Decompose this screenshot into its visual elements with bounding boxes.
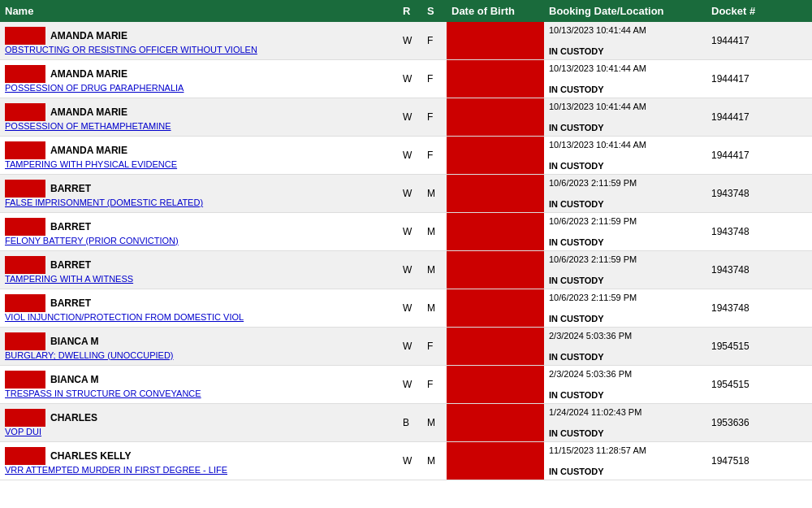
- mugshot-photo[interactable]: [5, 332, 45, 350]
- sex-cell: M: [422, 175, 447, 212]
- docket-cell: 1943748: [706, 213, 788, 250]
- booking-location: IN CUSTODY: [549, 237, 702, 247]
- person-name-link[interactable]: BARRET: [50, 259, 91, 271]
- name-column: BARRETVIOL INJUNCTION/PROTECTION FROM DO…: [0, 289, 398, 327]
- docket-cell: 1954515: [706, 366, 788, 403]
- mugshot-photo[interactable]: [5, 256, 45, 274]
- inmate-table: Name R S Date of Birth Booking Date/Loca…: [0, 0, 812, 480]
- header-name: Name: [0, 3, 398, 19]
- header-booking: Booking Date/Location: [544, 3, 706, 19]
- dob-cell: [447, 98, 544, 136]
- person-name-link[interactable]: AMANDA MARIE: [50, 68, 127, 80]
- charge-link[interactable]: OBSTRUCTING OR RESISTING OFFICER WITHOUT…: [5, 45, 393, 54]
- dob-cell: [447, 442, 544, 480]
- mugshot-photo[interactable]: [5, 294, 45, 312]
- dob-cell: [447, 328, 544, 365]
- mugshot-photo[interactable]: [5, 180, 45, 198]
- booking-date: 10/6/2023 2:11:59 PM: [549, 216, 702, 226]
- mugshot-photo[interactable]: [5, 409, 45, 427]
- sex-cell: M: [422, 251, 447, 289]
- booking-cell: 1/24/2024 11:02:43 PMIN CUSTODY: [544, 404, 706, 441]
- name-line: BARRET: [5, 294, 393, 312]
- person-name-link[interactable]: CHARLES: [50, 412, 97, 423]
- race-cell: W: [398, 213, 422, 250]
- mugshot-photo[interactable]: [5, 65, 45, 83]
- header-sex: S: [422, 3, 447, 19]
- name-column: BARRETFALSE IMPRISONMENT (DOMESTIC RELAT…: [0, 175, 398, 212]
- race-cell: W: [398, 60, 422, 98]
- charge-link[interactable]: VRR ATTEMPTED MURDER IN FIRST DEGREE - L…: [5, 465, 393, 475]
- charge-link[interactable]: VOP DUI: [5, 427, 393, 436]
- mugshot-photo[interactable]: [5, 141, 45, 159]
- docket-cell: 1944417: [706, 22, 788, 59]
- charge-link[interactable]: BURGLARY; DWELLING (UNOCCUPIED): [5, 350, 393, 360]
- booking-cell: 10/6/2023 2:11:59 PMIN CUSTODY: [544, 175, 706, 212]
- docket-cell: 1943748: [706, 175, 788, 212]
- booking-date: 10/13/2023 10:41:44 AM: [549, 25, 702, 35]
- booking-location: IN CUSTODY: [549, 352, 702, 362]
- mugshot-photo[interactable]: [5, 218, 45, 236]
- booking-location: IN CUSTODY: [549, 161, 702, 171]
- charge-link[interactable]: FALSE IMPRISONMENT (DOMESTIC RELATED): [5, 198, 393, 207]
- person-name-link[interactable]: BIANCA M: [50, 374, 99, 385]
- dob-cell: [447, 60, 544, 98]
- name-line: AMANDA MARIE: [5, 141, 393, 159]
- booking-date: 10/13/2023 10:41:44 AM: [549, 102, 702, 111]
- table-row: AMANDA MARIEOBSTRUCTING OR RESISTING OFF…: [0, 22, 812, 60]
- race-cell: W: [398, 251, 422, 289]
- table-row: BARRETFALSE IMPRISONMENT (DOMESTIC RELAT…: [0, 175, 812, 213]
- charge-link[interactable]: TAMPERING WITH A WITNESS: [5, 274, 393, 284]
- charge-link[interactable]: POSSESSION OF DRUG PARAPHERNALIA: [5, 83, 393, 93]
- charge-link[interactable]: VIOL INJUNCTION/PROTECTION FROM DOMESTIC…: [5, 312, 393, 322]
- name-column: BARRETTAMPERING WITH A WITNESS: [0, 251, 398, 289]
- mugshot-photo[interactable]: [5, 27, 45, 45]
- person-name-link[interactable]: CHARLES KELLY: [50, 450, 132, 462]
- charge-link[interactable]: POSSESSION OF METHAMPHETAMINE: [5, 121, 393, 131]
- header-dob: Date of Birth: [447, 3, 544, 19]
- race-cell: W: [398, 442, 422, 480]
- mugshot-photo[interactable]: [5, 103, 45, 121]
- sex-cell: M: [422, 404, 447, 441]
- name-column: BIANCA MBURGLARY; DWELLING (UNOCCUPIED): [0, 328, 398, 365]
- person-name-link[interactable]: BARRET: [50, 183, 91, 194]
- person-name-link[interactable]: AMANDA MARIE: [50, 106, 127, 118]
- name-column: AMANDA MARIEPOSSESSION OF METHAMPHETAMIN…: [0, 98, 398, 136]
- person-name-link[interactable]: BARRET: [50, 221, 91, 232]
- name-column: AMANDA MARIETAMPERING WITH PHYSICAL EVID…: [0, 137, 398, 174]
- name-line: BIANCA M: [5, 332, 393, 350]
- booking-cell: 10/6/2023 2:11:59 PMIN CUSTODY: [544, 213, 706, 250]
- booking-location: IN CUSTODY: [549, 314, 702, 323]
- person-name-link[interactable]: AMANDA MARIE: [50, 145, 127, 156]
- table-row: BIANCA MTRESPASS IN STRUCTURE OR CONVEYA…: [0, 366, 812, 404]
- dob-cell: [447, 251, 544, 289]
- docket-cell: 1944417: [706, 137, 788, 174]
- person-name-link[interactable]: BARRET: [50, 297, 91, 309]
- mugshot-photo[interactable]: [5, 447, 45, 465]
- table-row: CHARLESVOP DUIBM1/24/2024 11:02:43 PMIN …: [0, 404, 812, 442]
- person-name-link[interactable]: AMANDA MARIE: [50, 30, 127, 41]
- docket-cell: 1944417: [706, 60, 788, 98]
- docket-cell: 1943748: [706, 289, 788, 327]
- booking-date: 11/15/2023 11:28:57 AM: [549, 445, 702, 455]
- booking-location: IN CUSTODY: [549, 428, 702, 438]
- booking-cell: 10/13/2023 10:41:44 AMIN CUSTODY: [544, 137, 706, 174]
- booking-date: 10/6/2023 2:11:59 PM: [549, 254, 702, 264]
- mugshot-photo[interactable]: [5, 371, 45, 389]
- booking-date: 10/6/2023 2:11:59 PM: [549, 293, 702, 302]
- table-body: AMANDA MARIEOBSTRUCTING OR RESISTING OFF…: [0, 22, 812, 480]
- name-line: AMANDA MARIE: [5, 65, 393, 83]
- header-race: R: [398, 3, 422, 19]
- docket-cell: 1954515: [706, 328, 788, 365]
- charge-link[interactable]: FELONY BATTERY (PRIOR CONVICTION): [5, 236, 393, 245]
- charge-link[interactable]: TRESPASS IN STRUCTURE OR CONVEYANCE: [5, 389, 393, 398]
- booking-cell: 2/3/2024 5:03:36 PMIN CUSTODY: [544, 328, 706, 365]
- name-line: AMANDA MARIE: [5, 103, 393, 121]
- booking-cell: 10/13/2023 10:41:44 AMIN CUSTODY: [544, 22, 706, 59]
- person-name-link[interactable]: BIANCA M: [50, 336, 99, 347]
- name-column: AMANDA MARIEOBSTRUCTING OR RESISTING OFF…: [0, 22, 398, 59]
- dob-cell: [447, 404, 544, 441]
- booking-location: IN CUSTODY: [549, 276, 702, 285]
- charge-link[interactable]: TAMPERING WITH PHYSICAL EVIDENCE: [5, 159, 393, 169]
- booking-location: IN CUSTODY: [549, 46, 702, 56]
- race-cell: B: [398, 404, 422, 441]
